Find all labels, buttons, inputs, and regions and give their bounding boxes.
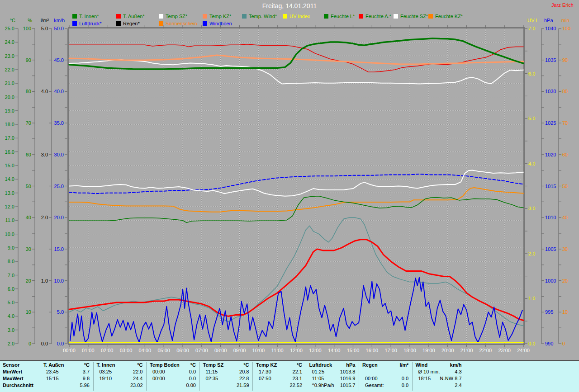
table-max-value: 9.8 [43, 376, 90, 381]
svg-text:30.0: 30.0 [54, 152, 64, 157]
svg-text:08:00: 08:00 [214, 348, 227, 353]
svg-text:17.0: 17.0 [5, 135, 14, 141]
svg-text:05:00: 05:00 [157, 348, 170, 353]
svg-text:19.0: 19.0 [5, 108, 14, 113]
svg-text:60: 60 [26, 152, 31, 157]
svg-text:13:00: 13:00 [309, 348, 322, 353]
svg-text:11:00: 11:00 [271, 348, 284, 353]
svg-text:20.0: 20.0 [5, 94, 14, 100]
svg-text:0.0: 0.0 [528, 341, 535, 346]
table-avg-value: 1015.7 [309, 383, 356, 388]
table-header-unit: °C [97, 362, 143, 368]
svg-text:35.0: 35.0 [54, 120, 64, 126]
svg-text:02:00: 02:00 [101, 348, 114, 353]
svg-text:21:00: 21:00 [460, 348, 473, 353]
svg-text:80: 80 [562, 89, 568, 94]
table-avg-value: 2.4 [416, 383, 462, 388]
svg-text:%: % [28, 18, 32, 23]
svg-text:0: 0 [28, 341, 31, 346]
table-avg-value: 0.00 [150, 383, 196, 388]
svg-text:25.0: 25.0 [54, 184, 64, 189]
svg-text:24:00: 24:00 [517, 348, 530, 353]
svg-text:6.0: 6.0 [8, 286, 14, 292]
svg-text:20:00: 20:00 [441, 348, 454, 353]
svg-text:3.0: 3.0 [8, 327, 14, 333]
svg-text:12.0: 12.0 [5, 204, 14, 209]
svg-text:0: 0 [562, 341, 565, 346]
table-max-value: 0.0 [150, 376, 196, 381]
svg-text:80: 80 [26, 89, 31, 94]
table-header-unit: °C [256, 362, 302, 368]
table-column-separator [146, 362, 147, 391]
svg-text:10: 10 [562, 309, 568, 315]
svg-text:min: min [561, 18, 570, 23]
table-min-value: 0.0 [150, 369, 196, 374]
svg-text:1035: 1035 [545, 57, 556, 63]
table-avg-value: 23.02 [97, 383, 143, 388]
table-row-label-maxwert: MaxWert [3, 376, 24, 381]
svg-text:14.0: 14.0 [5, 176, 14, 182]
table-column-separator [93, 362, 94, 391]
svg-text:40.0: 40.0 [54, 89, 64, 94]
svg-text:18:00: 18:00 [403, 348, 416, 353]
svg-text:15:00: 15:00 [347, 348, 360, 353]
table-min-value: 3.7 [43, 369, 90, 374]
svg-text:20: 20 [26, 278, 31, 283]
svg-text:1.0: 1.0 [41, 278, 48, 283]
table-avg-value: 21.59 [203, 383, 249, 388]
table-header-unit: °C [150, 362, 196, 368]
svg-text:00:00: 00:00 [63, 348, 76, 353]
table-min-value: 22.0 [97, 369, 143, 374]
svg-text:7.0: 7.0 [528, 26, 535, 31]
svg-text:2.0: 2.0 [528, 251, 535, 256]
svg-text:11.0: 11.0 [5, 217, 14, 223]
svg-text:45.0: 45.0 [54, 57, 64, 63]
svg-text:20: 20 [562, 278, 568, 283]
svg-text:10.0: 10.0 [54, 278, 64, 283]
svg-text:1025: 1025 [545, 120, 556, 126]
svg-text:10:00: 10:00 [252, 348, 265, 353]
svg-text:2.0: 2.0 [41, 215, 48, 220]
svg-text:50: 50 [562, 184, 568, 189]
table-max-value: 23.1 [256, 376, 302, 381]
table-column-separator [252, 362, 253, 391]
svg-text:30: 30 [26, 246, 31, 252]
svg-text:01:00: 01:00 [82, 348, 95, 353]
table-header-unit: hPa [309, 362, 356, 368]
svg-text:07:00: 07:00 [195, 348, 208, 353]
svg-text:hPa: hPa [544, 18, 553, 23]
svg-text:20.0: 20.0 [54, 215, 64, 220]
table-column-separator [359, 362, 359, 391]
table-column-separator [306, 362, 306, 391]
svg-text:40: 40 [26, 215, 31, 220]
table-avg-value: 5.96 [43, 383, 90, 388]
svg-text:09:00: 09:00 [233, 348, 246, 353]
svg-text:15.0: 15.0 [5, 163, 14, 168]
table-max-value: 1016.9 [309, 376, 356, 381]
svg-text:1015: 1015 [545, 184, 556, 189]
svg-text:990: 990 [545, 341, 553, 346]
svg-text:1010: 1010 [545, 215, 556, 220]
svg-text:19:00: 19:00 [422, 348, 435, 353]
svg-text:5.0: 5.0 [41, 26, 48, 31]
svg-text:°C: °C [10, 18, 15, 23]
table-header-unit: km/h [416, 362, 462, 368]
table-row-label-minwert: MinWert [3, 369, 22, 374]
svg-text:40: 40 [562, 215, 568, 220]
svg-text:5.0: 5.0 [528, 116, 535, 121]
svg-text:50: 50 [26, 184, 31, 189]
table-row-label-durchschnitt: Durchschnitt [3, 383, 33, 388]
svg-text:60: 60 [562, 152, 568, 157]
svg-text:25.0: 25.0 [5, 26, 14, 31]
table-max-value: 0.0 [362, 376, 408, 381]
table-avg-value: 22.52 [256, 383, 302, 388]
table-max-value: N-NW 8.7 [416, 376, 462, 381]
weather-app-window: Freitag, 14.01.2011 Jarz Erich T. Innen*… [0, 0, 579, 392]
svg-text:995: 995 [545, 309, 553, 315]
svg-text:50.0: 50.0 [54, 26, 64, 31]
svg-text:1030: 1030 [545, 89, 556, 94]
table-min-value: 1013.8 [309, 369, 356, 374]
svg-text:90: 90 [562, 57, 568, 63]
svg-text:7.0: 7.0 [8, 273, 14, 278]
table-avg-value: 0.0 [362, 383, 408, 388]
